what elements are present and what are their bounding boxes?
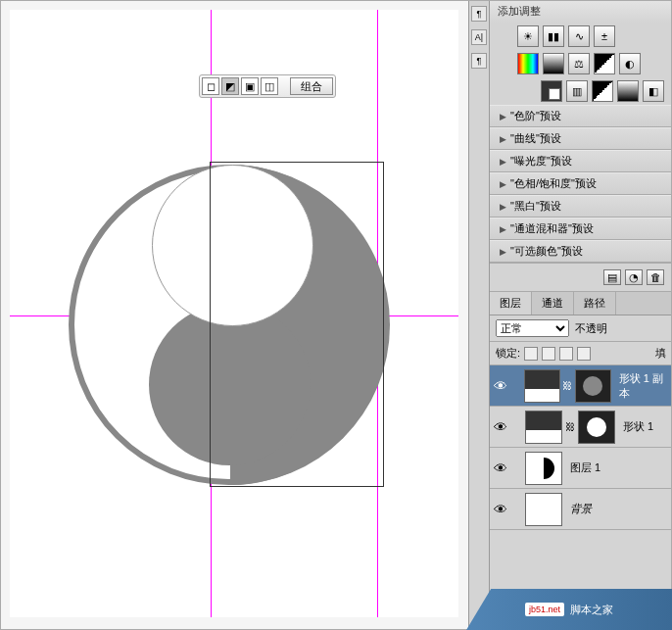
adjustments-panel: 添加调整 ☀ ▮▮ ∿ ± ⚖ ◐ ▥ ◧ ▶"色 <box>490 0 672 292</box>
gradient-map-icon[interactable] <box>617 80 639 102</box>
clip-icon[interactable]: ◔ <box>625 269 643 285</box>
canvas[interactable] <box>10 10 458 617</box>
lock-transparency-icon[interactable] <box>524 347 538 361</box>
triangle-icon: ▶ <box>500 157 506 167</box>
trash-icon[interactable]: 🗑 <box>647 269 664 285</box>
triangle-icon: ▶ <box>500 224 506 234</box>
layer-tabs: 图层 通道 路径 <box>490 292 672 315</box>
shape-bounding-box[interactable] <box>210 162 384 487</box>
posterize-icon[interactable]: ▥ <box>566 80 588 102</box>
visibility-eye-icon[interactable]: 👁 <box>490 378 510 394</box>
layer-thumb[interactable] <box>525 452 562 485</box>
pathop-exclude-icon[interactable]: ◫ <box>261 77 278 95</box>
watermark: jb51.net 脚本之家 <box>466 589 672 630</box>
tab-paths[interactable]: 路径 <box>574 292 616 315</box>
triangle-icon: ▶ <box>500 134 506 144</box>
preset-list: ▶"色阶"预设 ▶"曲线"预设 ▶"曝光度"预设 ▶"色相/饱和度"预设 ▶"黑… <box>490 105 672 263</box>
layer-name[interactable]: 形状 1 <box>623 419 653 434</box>
visibility-eye-icon[interactable]: 👁 <box>490 502 511 517</box>
color-balance-icon[interactable]: ⚖ <box>568 53 590 74</box>
preset-bw[interactable]: ▶"黑白"预设 <box>490 195 672 218</box>
lock-position-icon[interactable] <box>559 347 573 361</box>
watermark-label: 脚本之家 <box>570 603 613 617</box>
layer-row[interactable]: 👁 ⛓ 形状 1 <box>490 407 672 448</box>
black-white-icon[interactable] <box>594 53 615 74</box>
layers-panel: 图层 通道 路径 正常 不透明 锁定: 填 👁 <box>490 292 672 630</box>
levels-icon[interactable]: ▮▮ <box>543 25 564 47</box>
layer-name[interactable]: 图层 1 <box>570 460 600 475</box>
layer-thumb[interactable] <box>524 369 560 403</box>
vector-mask-thumb[interactable] <box>575 369 611 403</box>
invert-icon[interactable] <box>541 80 562 102</box>
preset-levels[interactable]: ▶"色阶"预设 <box>490 105 672 127</box>
preset-selective-color[interactable]: ▶"可选颜色"预设 <box>490 240 672 263</box>
vector-mask-thumb[interactable] <box>578 411 615 444</box>
tab-layers[interactable]: 图层 <box>490 292 532 315</box>
lock-pixels-icon[interactable] <box>542 347 555 361</box>
link-icon[interactable]: ⛓ <box>562 380 574 391</box>
layer-row[interactable]: 👁 背景 <box>490 489 672 530</box>
link-icon[interactable]: ⛓ <box>564 421 576 432</box>
selective-color-icon[interactable]: ◧ <box>643 80 664 102</box>
preset-channel-mixer[interactable]: ▶"通道混和器"预设 <box>490 218 672 240</box>
panel-icon-character[interactable]: A| <box>471 29 487 45</box>
triangle-icon: ▶ <box>500 202 506 212</box>
watermark-logo: jb51.net <box>525 603 564 616</box>
preset-hue-sat[interactable]: ▶"色相/饱和度"预设 <box>490 172 672 195</box>
curves-icon[interactable]: ∿ <box>568 25 590 47</box>
triangle-icon: ▶ <box>500 112 506 121</box>
blend-mode-select[interactable]: 正常 <box>496 319 569 337</box>
layer-name[interactable]: 形状 1 副本 <box>619 371 672 401</box>
collapsed-panel-strip: ¶ A| ¶ <box>468 0 490 630</box>
triangle-icon: ▶ <box>500 247 506 257</box>
layer-thumb[interactable] <box>525 493 562 526</box>
visibility-eye-icon[interactable]: 👁 <box>490 419 511 435</box>
pathop-intersect-icon[interactable]: ▣ <box>241 77 259 95</box>
adjustments-title: 添加调整 <box>490 0 672 23</box>
hue-sat-icon[interactable] <box>543 53 564 74</box>
triangle-icon: ▶ <box>500 179 506 189</box>
path-operations-toolbar: ◻ ◩ ▣ ◫ 组合 <box>199 74 336 98</box>
layer-name[interactable]: 背景 <box>570 502 592 516</box>
opacity-label: 不透明 <box>575 321 607 336</box>
photo-filter-icon[interactable]: ◐ <box>619 53 641 74</box>
lock-all-icon[interactable] <box>577 347 591 361</box>
layer-row[interactable]: 👁 图层 1 <box>490 448 672 489</box>
exposure-icon[interactable]: ± <box>594 25 615 47</box>
pathop-union-icon[interactable]: ◻ <box>202 77 219 95</box>
layer-thumb[interactable] <box>525 411 562 444</box>
preset-exposure[interactable]: ▶"曝光度"预设 <box>490 150 672 172</box>
panels-stack: 添加调整 ☀ ▮▮ ∿ ± ⚖ ◐ ▥ ◧ ▶"色 <box>490 0 672 630</box>
layer-row[interactable]: 👁 ⛓ 形状 1 副本 <box>490 365 672 407</box>
panel-options-icon[interactable]: ▤ <box>603 269 621 285</box>
visibility-eye-icon[interactable]: 👁 <box>490 460 511 476</box>
panel-icon-paragraph[interactable]: ¶ <box>471 6 487 22</box>
vibrance-icon[interactable] <box>517 53 539 74</box>
preset-curves[interactable]: ▶"曲线"预设 <box>490 127 672 150</box>
pathop-subtract-icon[interactable]: ◩ <box>221 77 239 95</box>
right-panel: ¶ A| ¶ 添加调整 ☀ ▮▮ ∿ ± ⚖ ◐ ▥ <box>468 0 672 630</box>
fill-label: 填 <box>655 346 666 361</box>
threshold-icon[interactable] <box>592 80 613 102</box>
brightness-contrast-icon[interactable]: ☀ <box>517 25 539 47</box>
tab-channels[interactable]: 通道 <box>532 292 574 315</box>
panel-icon-glyphs[interactable]: ¶ <box>471 53 487 69</box>
combine-button[interactable]: 组合 <box>290 77 333 95</box>
lock-label: 锁定: <box>496 346 520 361</box>
